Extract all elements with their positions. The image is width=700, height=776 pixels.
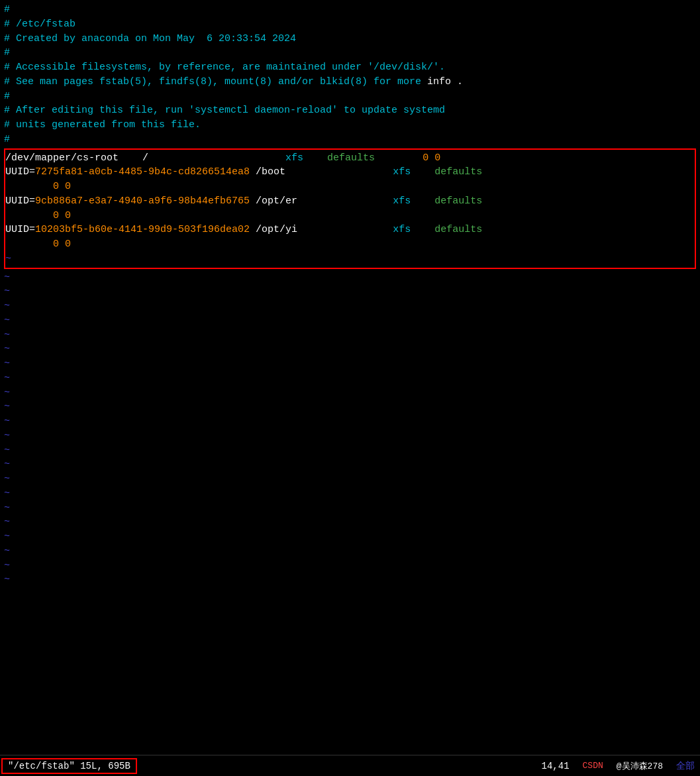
line-9: # units generated from this file.: [4, 118, 696, 133]
tilde-line: ~: [4, 429, 696, 443]
line-4: #: [4, 46, 696, 60]
tilde-line: ~: [4, 357, 696, 371]
tilde-line: ~: [4, 400, 696, 414]
fstab-line-opter-nums: 0 0: [5, 209, 695, 223]
fstab-line-csroot: /dev/mapper/cs-root / xfs defaults 0 0: [5, 151, 695, 166]
line-2: # /etc/fstab: [4, 17, 696, 32]
tilde-line: ~: [4, 544, 696, 559]
fstab-entries-block: /dev/mapper/cs-root / xfs defaults 0 0 U…: [4, 148, 696, 269]
tilde-line: ~: [4, 414, 696, 429]
author-label: @吴沛森278: [617, 760, 663, 772]
fstab-line-optyi-nums: 0 0: [5, 237, 695, 252]
status-bar: "/etc/fstab" 15L, 695B 14,41 CSDN @吴沛森27…: [0, 755, 700, 776]
all-label: 全部: [676, 760, 695, 772]
csdn-label: CSDN: [583, 761, 603, 771]
line-8: # After editing this file, run 'systemct…: [4, 103, 696, 118]
status-right: 14,41 CSDN @吴沛森278 全部: [542, 760, 700, 772]
tilde-line: ~: [4, 284, 696, 299]
terminal: # # /etc/fstab # Created by anaconda on …: [0, 0, 700, 776]
status-filename: "/etc/fstab" 15L, 695B: [1, 758, 137, 774]
tilde-line: ~: [4, 501, 696, 516]
tilde-line: ~: [4, 529, 696, 544]
tilde-line: ~: [4, 443, 696, 458]
fstab-line-boot-nums: 0 0: [5, 180, 695, 194]
line-7: #: [4, 89, 696, 104]
fstab-line-boot: UUID=7275fa81-a0cb-4485-9b4c-cd8266514ea…: [5, 165, 695, 180]
tilde-line: ~: [4, 313, 696, 328]
line-1: #: [4, 3, 696, 17]
tilde-line: ~: [4, 472, 696, 486]
tilde-line: ~: [4, 328, 696, 343]
tilde-line: ~: [4, 371, 696, 386]
fstab-line-opter: UUID=9cb886a7-e3a7-4940-a9f6-98b44efb676…: [5, 194, 695, 209]
tilde-line: ~: [4, 486, 696, 501]
line-6: # See man pages fstab(5), findfs(8), mou…: [4, 75, 696, 89]
tilde-line: ~: [4, 559, 696, 573]
line-10: #: [4, 133, 696, 147]
tilde-line: ~: [4, 457, 696, 472]
tilde-line: ~: [4, 270, 696, 285]
tilde-in-block: ~: [5, 252, 695, 266]
tilde-line: ~: [4, 342, 696, 357]
tilde-line: ~: [4, 573, 696, 587]
line-3: # Created by anaconda on Mon May 6 20:33…: [4, 32, 696, 46]
tilde-line: ~: [4, 515, 696, 529]
line-5: # Accessible filesystems, by reference, …: [4, 60, 696, 75]
status-position: 14,41: [542, 761, 570, 771]
tilde-line: ~: [4, 299, 696, 313]
tilde-line: ~: [4, 386, 696, 400]
fstab-line-optyi: UUID=10203bf5-b60e-4141-99d9-503f196dea0…: [5, 223, 695, 237]
